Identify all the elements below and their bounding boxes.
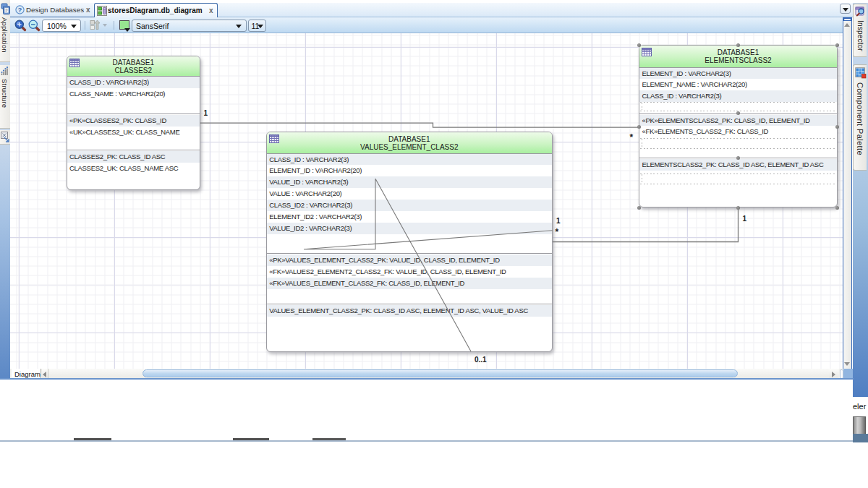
svg-text:?: ?	[18, 7, 22, 14]
